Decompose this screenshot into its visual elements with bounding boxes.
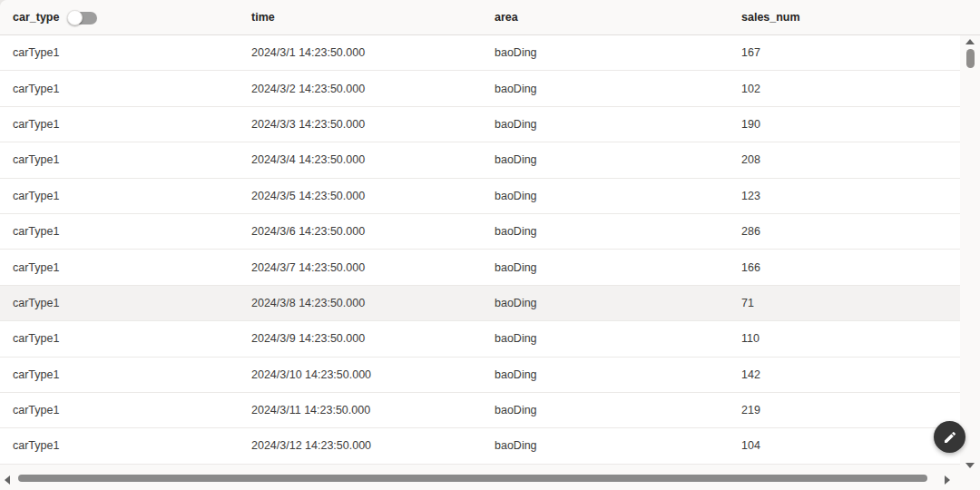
table-row[interactable]: carType1 2024/3/3 14:23:50.000 baoDing 1… [0,107,960,142]
column-header-sales-num: sales_num [729,11,980,24]
cell-time: 2024/3/8 14:23:50.000 [239,297,482,309]
cell-time: 2024/3/2 14:23:50.000 [239,83,482,95]
cell-area: baoDing [482,439,729,452]
data-table-page: car_type time area sales_num carType1 20… [0,0,980,490]
column-header-time: time [239,11,482,24]
cell-sales-num: 142 [729,368,960,381]
table-header-row: car_type time area sales_num [0,0,980,35]
cell-area: baoDing [482,332,729,345]
cell-car-type: carType1 [0,153,239,166]
cell-sales-num: 208 [729,153,960,166]
column-header-sales-num-label: sales_num [741,11,800,24]
pencil-edit-icon [943,430,957,445]
table-row[interactable]: carType1 2024/3/9 14:23:50.000 baoDing 1… [0,321,960,357]
cell-car-type: carType1 [0,404,239,416]
cell-car-type: carType1 [0,190,239,202]
cell-car-type: carType1 [0,83,239,95]
cell-sales-num: 123 [729,190,960,202]
cell-sales-num: 104 [729,439,960,452]
column-header-car-type: car_type [0,10,239,25]
cell-time: 2024/3/3 14:23:50.000 [239,118,482,131]
cell-area: baoDing [482,190,729,202]
car-type-toggle[interactable] [67,10,97,25]
scroll-down-arrow-icon[interactable] [965,463,975,468]
horizontal-scrollbar[interactable] [0,470,980,490]
cell-time: 2024/3/5 14:23:50.000 [239,190,482,202]
scroll-right-arrow-icon[interactable] [945,475,950,485]
cell-car-type: carType1 [0,46,239,59]
cell-area: baoDing [482,297,729,309]
table-row[interactable]: carType1 2024/3/4 14:23:50.000 baoDing 2… [0,142,960,178]
scroll-left-arrow-icon[interactable] [5,475,10,485]
cell-area: baoDing [482,118,729,131]
cell-car-type: carType1 [0,297,239,309]
vertical-scrollbar[interactable] [960,35,980,470]
table-row[interactable]: carType1 2024/3/12 14:23:50.000 baoDing … [0,428,960,464]
cell-sales-num: 219 [729,404,960,416]
horizontal-scrollbar-thumb[interactable] [18,475,927,482]
table-row[interactable]: carType1 2024/3/1 14:23:50.000 baoDing 1… [0,35,960,71]
table-row[interactable]: carType1 2024/3/6 14:23:50.000 baoDing 2… [0,214,960,250]
cell-area: baoDing [482,368,729,381]
cell-time: 2024/3/11 14:23:50.000 [239,404,482,416]
column-header-car-type-label: car_type [13,11,59,24]
cell-time: 2024/3/6 14:23:50.000 [239,225,482,238]
toggle-knob [67,10,83,25]
cell-car-type: carType1 [0,368,239,381]
cell-area: baoDing [482,46,729,59]
cell-area: baoDing [482,404,729,416]
cell-car-type: carType1 [0,439,239,452]
cell-sales-num: 167 [729,46,960,59]
table-row[interactable]: carType1 2024/3/10 14:23:50.000 baoDing … [0,358,960,393]
cell-car-type: carType1 [0,332,239,345]
cell-area: baoDing [482,225,729,238]
table-row[interactable]: carType1 2024/3/8 14:23:50.000 baoDing 7… [0,286,960,321]
table-row[interactable]: carType1 2024/3/11 14:23:50.000 baoDing … [0,393,960,428]
cell-sales-num: 110 [729,332,960,345]
table-row[interactable]: carType1 2024/3/2 14:23:50.000 baoDing 1… [0,71,960,106]
cell-area: baoDing [482,153,729,166]
cell-sales-num: 102 [729,83,960,95]
cell-car-type: carType1 [0,118,239,131]
cell-area: baoDing [482,261,729,274]
column-header-time-label: time [251,11,275,24]
cell-sales-num: 286 [729,225,960,238]
cell-time: 2024/3/12 14:23:50.000 [239,439,482,452]
cell-time: 2024/3/1 14:23:50.000 [239,46,482,59]
cell-time: 2024/3/10 14:23:50.000 [239,368,482,381]
cell-sales-num: 190 [729,118,960,131]
cell-area: baoDing [482,83,729,95]
column-header-area: area [482,11,729,24]
cell-car-type: carType1 [0,225,239,238]
scroll-up-arrow-icon[interactable] [965,39,975,44]
cell-time: 2024/3/7 14:23:50.000 [239,261,482,274]
cell-sales-num: 166 [729,261,960,274]
table-body: carType1 2024/3/1 14:23:50.000 baoDing 1… [0,35,960,465]
cell-sales-num: 71 [729,297,960,309]
vertical-scrollbar-thumb[interactable] [966,49,975,68]
edit-fab-button[interactable] [934,421,965,453]
table-row[interactable]: carType1 2024/3/5 14:23:50.000 baoDing 1… [0,179,960,214]
cell-time: 2024/3/4 14:23:50.000 [239,153,482,166]
column-header-area-label: area [495,11,518,24]
table-row[interactable]: carType1 2024/3/7 14:23:50.000 baoDing 1… [0,250,960,285]
cell-car-type: carType1 [0,261,239,274]
cell-time: 2024/3/9 14:23:50.000 [239,332,482,345]
